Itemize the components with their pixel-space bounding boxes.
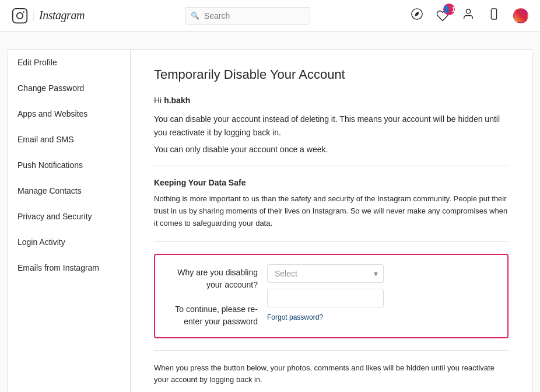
svg-point-3 xyxy=(23,11,24,13)
intro-text-1: You can disable your account instead of … xyxy=(154,113,509,139)
form-label: Why are you disabling your account? To c… xyxy=(164,264,258,328)
intro-text-2: You can only disable your account once a… xyxy=(154,145,509,154)
svg-marker-5 xyxy=(415,12,419,16)
sidebar: Edit Profile Change Password Apps and We… xyxy=(8,50,131,392)
logo[interactable]: | Instagram xyxy=(12,8,85,24)
header-nav: 👤 1 xyxy=(411,8,528,24)
bottom-text: When you press the button below, your ph… xyxy=(154,362,509,387)
content-area: Temporarily Disable Your Account Hi h.ba… xyxy=(131,50,532,392)
sidebar-item-label: Apps and Websites xyxy=(17,109,87,118)
keeping-safe-title: Keeping Your Data Safe xyxy=(154,178,509,187)
reason-select-wrapper: Select xyxy=(267,264,384,283)
sidebar-item-label: Manage Contacts xyxy=(17,186,82,195)
divider-3 xyxy=(154,350,509,351)
svg-rect-1 xyxy=(13,8,27,23)
avatar-circle xyxy=(513,8,528,23)
sidebar-item-login-activity[interactable]: Login Activity xyxy=(8,229,130,255)
heart-icon-container[interactable]: 👤 1 xyxy=(436,9,449,22)
svg-point-2 xyxy=(17,12,23,19)
sidebar-item-manage-contacts[interactable]: Manage Contacts xyxy=(8,178,130,204)
avatar-icon[interactable] xyxy=(513,8,528,23)
svg-point-6 xyxy=(466,9,470,13)
form-label-line1: Why are you disabling xyxy=(164,267,258,279)
keeping-safe-text: Nothing is more important to us than the… xyxy=(154,193,509,229)
greeting-prefix: Hi xyxy=(154,96,164,105)
instagram-logo-icon xyxy=(12,8,28,24)
sidebar-item-label: Edit Profile xyxy=(17,58,57,67)
sidebar-item-label: Change Password xyxy=(17,83,84,93)
notification-count: 1 xyxy=(451,6,455,13)
phone-icon[interactable] xyxy=(488,8,500,24)
disable-form: Why are you disabling your account? To c… xyxy=(154,254,509,338)
sidebar-item-email-sms[interactable]: Email and SMS xyxy=(8,127,130,152)
notification-badge: 👤 1 xyxy=(443,4,455,15)
header-left: | Instagram xyxy=(12,8,85,24)
reason-select[interactable]: Select xyxy=(267,264,384,283)
sidebar-item-push-notifications[interactable]: Push Notifications xyxy=(8,152,130,178)
search-icon: 🔍 xyxy=(191,12,199,20)
sidebar-item-label: Push Notifications xyxy=(17,160,83,170)
sidebar-item-label: Emails from Instagram xyxy=(17,263,99,272)
sidebar-item-apps-websites[interactable]: Apps and Websites xyxy=(8,101,130,127)
sidebar-item-label: Privacy and Security xyxy=(17,212,92,221)
compass-icon[interactable] xyxy=(411,8,423,24)
form-label-line3: To continue, please re- xyxy=(164,303,258,316)
form-inputs: Select Forgot password? xyxy=(267,264,384,321)
sidebar-item-privacy-security[interactable]: Privacy and Security xyxy=(8,204,130,229)
sidebar-item-change-password[interactable]: Change Password xyxy=(8,75,130,101)
svg-rect-0 xyxy=(12,8,28,24)
forgot-password-link[interactable]: Forgot password? xyxy=(267,313,384,321)
page-title: Temporarily Disable Your Account xyxy=(154,67,509,82)
sidebar-item-label: Login Activity xyxy=(17,237,65,247)
sidebar-item-label: Email and SMS xyxy=(17,135,73,144)
divider-2 xyxy=(154,242,509,242)
password-input[interactable] xyxy=(267,289,384,307)
logo-divider: | xyxy=(33,9,34,22)
sidebar-item-emails-instagram[interactable]: Emails from Instagram xyxy=(8,255,130,281)
form-label-line4: enter your password xyxy=(164,316,258,328)
main-container: Edit Profile Change Password Apps and We… xyxy=(8,49,532,392)
person-icon-small: 👤 xyxy=(443,5,451,13)
header: | Instagram 🔍 👤 1 xyxy=(0,0,540,32)
greeting-text: Hi h.bakh xyxy=(154,94,509,107)
sidebar-item-edit-profile[interactable]: Edit Profile xyxy=(8,50,130,75)
svg-rect-7 xyxy=(491,8,496,19)
form-label-line2: your account? xyxy=(164,279,258,291)
divider-1 xyxy=(154,166,509,166)
search-input[interactable] xyxy=(185,7,310,24)
person-icon[interactable] xyxy=(462,8,475,24)
logo-text: Instagram xyxy=(39,9,85,22)
username: h.bakh xyxy=(164,96,190,105)
search-container: 🔍 xyxy=(185,7,310,24)
